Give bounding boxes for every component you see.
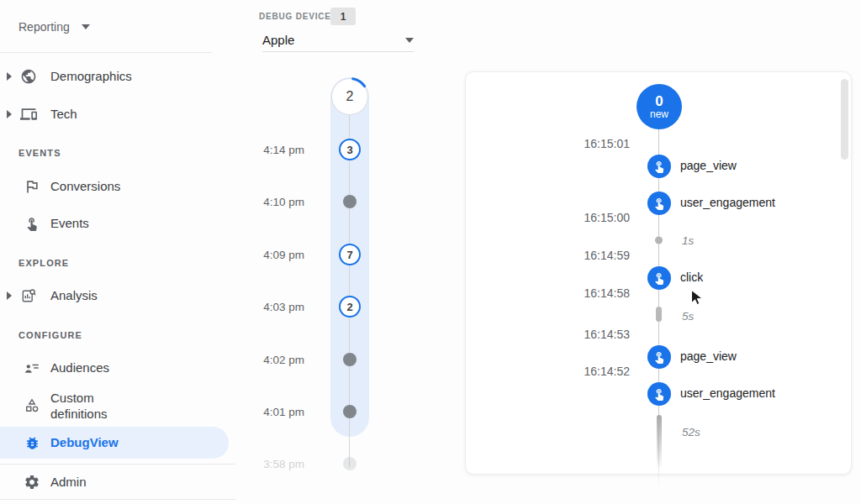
- devices-icon: [20, 106, 37, 123]
- sidebar-item-custom-definitions[interactable]: Custom definitions: [0, 386, 229, 426]
- divider: [0, 499, 235, 500]
- timeline-minute-bubble[interactable]: 3: [339, 139, 361, 160]
- stream-timestamp: 16:14:53: [550, 328, 630, 341]
- gap-duration: 52s: [682, 426, 700, 438]
- event-name: page_view: [680, 159, 737, 172]
- event-name: click: [680, 270, 703, 284]
- sidebar-item-label: Custom definitions: [50, 390, 135, 423]
- chevron-down-icon: [405, 38, 414, 43]
- touch-event-icon: [647, 192, 671, 215]
- touch-event-icon: [647, 266, 671, 290]
- shapes-icon: [24, 397, 40, 414]
- mouse-cursor-icon: [689, 289, 704, 311]
- touch-icon: [24, 215, 40, 232]
- stream-timestamp: 16:14:58: [550, 286, 630, 300]
- timeline-time: 4:09 pm: [234, 249, 304, 261]
- timeline-time: 4:01 pm: [234, 406, 304, 418]
- sidebar-item-debugview[interactable]: DebugView: [0, 427, 229, 459]
- touch-event-icon: [647, 382, 671, 406]
- timeline-time: 3:58 pm: [234, 458, 304, 470]
- sidebar-item-tech[interactable]: Tech: [0, 98, 229, 130]
- scrollbar-thumb[interactable]: [841, 79, 848, 160]
- bug-icon: [24, 434, 40, 451]
- stream-timestamp: 16:15:01: [550, 137, 630, 150]
- sidebar-item-demographics[interactable]: Demographics: [0, 60, 229, 92]
- sidebar-item-label: DebugView: [50, 434, 119, 451]
- new-events-badge[interactable]: 0 new: [637, 84, 682, 129]
- gear-icon: [24, 474, 40, 491]
- timeline-minute-dot[interactable]: [343, 405, 357, 418]
- expand-arrow-icon[interactable]: [7, 110, 12, 118]
- touch-event-icon: [647, 155, 671, 178]
- view-switcher[interactable]: Reporting: [18, 20, 90, 34]
- flag-icon: [24, 178, 40, 195]
- gap-duration: 1s: [682, 234, 694, 247]
- device-count-badge: 1: [330, 8, 356, 25]
- sidebar-item-conversions[interactable]: Conversions: [0, 171, 229, 202]
- sidebar-item-label: Conversions: [50, 178, 120, 195]
- sidebar-item-label: Events: [50, 215, 89, 232]
- touch-event-icon: [647, 345, 671, 369]
- gap-marker: [655, 237, 663, 244]
- sidebar-item-label: Audiences: [50, 360, 109, 376]
- gap-marker: [657, 415, 662, 467]
- sidebar-item-label: Demographics: [50, 68, 132, 85]
- section-header-events: EVENTS: [18, 148, 61, 158]
- expand-arrow-icon[interactable]: [7, 291, 12, 300]
- globe-icon: [20, 68, 37, 85]
- timeline-minute-dot[interactable]: [343, 353, 357, 366]
- gap-duration: 5s: [682, 310, 694, 323]
- event-stream-panel: 0 new 16:15:01 page_view user_engagement…: [465, 71, 852, 475]
- timeline-minute-bubble[interactable]: 2: [339, 296, 361, 318]
- analysis-icon: [20, 287, 37, 304]
- sidebar-item-events[interactable]: Events: [0, 207, 229, 239]
- section-header-configure: CONFIGURE: [18, 330, 82, 340]
- event-name: page_view: [680, 349, 737, 363]
- view-switcher-label: Reporting: [18, 20, 70, 34]
- new-events-label: new: [650, 109, 668, 120]
- debug-device-label: DEBUG DEVICE: [259, 12, 331, 21]
- audiences-icon: [24, 360, 40, 376]
- event-name: user_engagement: [680, 386, 775, 400]
- timeline-minute-dot[interactable]: [343, 457, 357, 470]
- expand-arrow-icon[interactable]: [7, 72, 12, 81]
- chevron-down-icon: [82, 24, 90, 29]
- timeline-time: 4:02 pm: [234, 354, 304, 366]
- minute-event-count: 2: [330, 76, 370, 117]
- divider: [0, 464, 235, 465]
- sidebar-item-audiences[interactable]: Audiences: [0, 352, 229, 384]
- sidebar-item-analysis[interactable]: Analysis: [0, 280, 229, 312]
- sidebar-item-label: Analysis: [50, 287, 98, 304]
- sidebar: Reporting Demographics Tech EVENTS Conve…: [0, 0, 235, 504]
- stream-timestamp: 16:14:59: [550, 249, 630, 262]
- gap-marker: [656, 307, 662, 322]
- timeline-minute-bubble[interactable]: 7: [339, 244, 361, 265]
- new-events-count: 0: [655, 94, 663, 109]
- timeline-minute-dot[interactable]: [343, 195, 357, 208]
- device-select-dropdown[interactable]: Apple: [262, 29, 414, 52]
- stream-timestamp: 16:15:00: [550, 211, 630, 224]
- timeline-time: 4:14 pm: [234, 144, 304, 156]
- stream-timestamp: 16:14:52: [550, 365, 630, 378]
- event-name: user_engagement: [680, 196, 775, 209]
- sidebar-item-admin[interactable]: Admin: [0, 466, 229, 498]
- timeline-selected-minute[interactable]: 2: [330, 76, 370, 117]
- divider: [0, 52, 213, 53]
- sidebar-item-label: Tech: [50, 106, 77, 123]
- section-header-explore: EXPLORE: [18, 258, 69, 268]
- timeline-time: 4:03 pm: [234, 301, 304, 313]
- selected-device: Apple: [262, 33, 294, 47]
- timeline-time: 4:10 pm: [234, 196, 304, 208]
- sidebar-item-label: Admin: [50, 474, 87, 491]
